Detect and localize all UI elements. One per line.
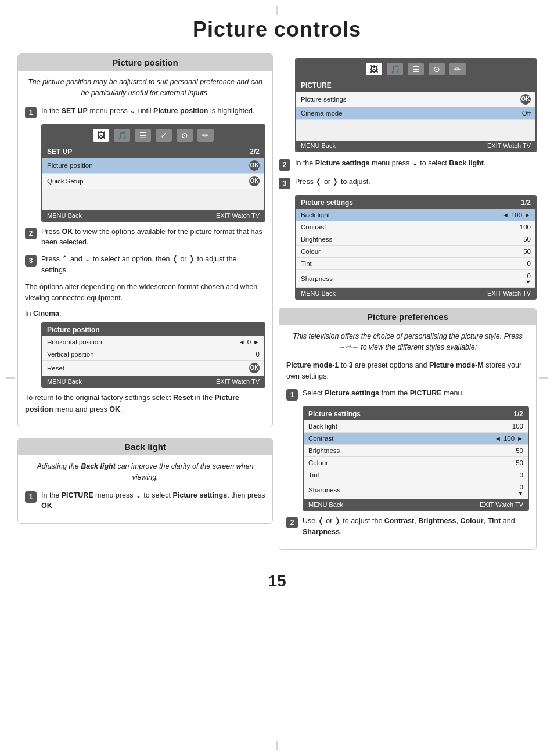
setup-menu-spacer bbox=[42, 189, 264, 210]
icon-music: 🎵 bbox=[114, 129, 130, 142]
ps-back-light-value-group: ◄ 100 ► bbox=[502, 211, 531, 218]
prefs-step-1-row: 1 Select Picture settings from the PICTU… bbox=[286, 388, 529, 401]
ps-contrast-row: Contrast 100 bbox=[296, 221, 535, 233]
ps-brightness-label: Brightness bbox=[301, 236, 332, 243]
ok-icon-picture-settings: OK bbox=[520, 94, 531, 105]
backlight-step-1-row: 1 In the PICTURE menu press ⌄ to select … bbox=[25, 490, 265, 512]
ps-sharpness-label: Sharpness bbox=[301, 275, 333, 282]
step-1-text: In the SET UP menu press ⌄ until Picture… bbox=[41, 106, 265, 117]
ps-menu-1-footer: MENU Back EXIT Watch TV bbox=[296, 288, 535, 298]
ps-menu-2-header-right: 1/2 bbox=[513, 410, 523, 418]
ps-tint-row: Tint 0 bbox=[296, 258, 535, 270]
footer-menu: MENU Back bbox=[47, 212, 82, 219]
corner-mark-tr bbox=[537, 6, 548, 17]
picture-menu-header-label: PICTURE bbox=[301, 81, 332, 89]
step-3-text: Press ⌃ and ⌄ to select an option, then … bbox=[41, 254, 265, 276]
ps-sharpness-row: Sharpness 0 ▼ bbox=[296, 270, 535, 288]
ps-footer-exit: EXIT Watch TV bbox=[487, 290, 531, 297]
ps2-tint-label: Tint bbox=[308, 471, 319, 478]
ps2-back-light-value: 100 bbox=[512, 423, 523, 430]
setup-row-quick-setup-label: Quick Setup bbox=[47, 178, 84, 185]
center-mark-left bbox=[6, 378, 15, 379]
horiz-right-arrow: ► bbox=[253, 339, 260, 345]
back-light-left-arrow: ◄ bbox=[502, 211, 509, 218]
setup-menu-header-left: SET UP bbox=[47, 147, 72, 156]
footer-exit: EXIT Watch TV bbox=[216, 212, 260, 219]
scroll-down-indicator: ▼ bbox=[526, 279, 531, 285]
ps2-brightness-value: 50 bbox=[516, 447, 523, 454]
back-light-right-arrow: ► bbox=[524, 211, 531, 218]
ps2-brightness-row: Brightness 50 bbox=[304, 445, 528, 457]
ps2-tint-value: 0 bbox=[520, 471, 523, 478]
ps2-sharpness-row: Sharpness 0 ▼ bbox=[304, 481, 528, 499]
picture-settings-menu-1: Picture settings 1/2 Back light ◄ 100 ► … bbox=[295, 195, 537, 300]
icon-clock-r: ⊙ bbox=[429, 63, 445, 75]
ps-colour-label: Colour bbox=[301, 248, 321, 255]
picture-preferences-body: This television offers the choice of per… bbox=[279, 325, 536, 549]
ps2-colour-row: Colour 50 bbox=[304, 457, 528, 469]
center-mark-right bbox=[539, 378, 548, 379]
corner-mark-br bbox=[537, 739, 548, 750]
ps2-sharpness-group: 0 ▼ bbox=[518, 484, 523, 496]
back-light-value: 100 bbox=[511, 211, 522, 218]
ps-brightness-value: 50 bbox=[523, 236, 531, 243]
icon-clock: ⊙ bbox=[177, 129, 193, 142]
ps-menu-1-header-left: Picture settings bbox=[301, 199, 353, 207]
corner-mark-bl bbox=[6, 739, 17, 750]
back-light-intro: Adjusting the Back light can improve the… bbox=[25, 461, 265, 483]
page-number: 15 bbox=[0, 572, 554, 602]
ps2-footer-exit: EXIT Watch TV bbox=[480, 501, 523, 508]
ps2-sharpness-label: Sharpness bbox=[308, 487, 340, 494]
prefs-para: Picture mode-1 to 3 are preset options a… bbox=[286, 360, 529, 383]
icon-music-r: 🎵 bbox=[387, 63, 403, 75]
picture-position-intro: The picture position may be adjusted to … bbox=[25, 77, 265, 99]
picture-position-section: Picture position The picture position ma… bbox=[17, 53, 273, 427]
cinema-mode-value: Off bbox=[522, 110, 531, 117]
picture-pos-footer: MENU Back EXIT Watch TV bbox=[42, 376, 264, 387]
right-step-2-num: 2 bbox=[279, 159, 290, 171]
step-3-num: 3 bbox=[25, 255, 37, 267]
contrast-right-arrow: ► bbox=[517, 435, 523, 442]
ps2-contrast-group: ◄ 100 ► bbox=[495, 435, 523, 442]
ps-contrast-label: Contrast bbox=[301, 224, 326, 231]
horiz-pos-label: Horizontal position bbox=[47, 339, 102, 345]
reset-label: Reset bbox=[47, 365, 64, 372]
back-light-body: Adjusting the Back light can improve the… bbox=[18, 455, 272, 523]
options-para: The options alter depending on the wides… bbox=[25, 282, 265, 304]
ok-icon-picture-position: OK bbox=[249, 160, 260, 171]
horiz-left-arrow: ◄ bbox=[239, 339, 245, 345]
prefs-step-1-num: 1 bbox=[286, 389, 298, 401]
icon-list-r: ☰ bbox=[408, 63, 424, 75]
picture-menu-icons: 🖼 🎵 ☰ ⊙ ✏ bbox=[296, 59, 535, 79]
footer-menu2: MENU Back bbox=[47, 378, 82, 385]
back-light-title: Back light bbox=[18, 438, 272, 455]
backlight-step-1-text: In the PICTURE menu press ⌄ to select Pi… bbox=[41, 490, 265, 512]
ps-colour-row: Colour 50 bbox=[296, 246, 535, 258]
ps-sharpness-value: 0 bbox=[527, 272, 531, 279]
prefs-step-2-text: Use ❬ or ❭ to adjust the Contrast, Brigh… bbox=[303, 516, 529, 538]
step-1-num: 1 bbox=[25, 107, 37, 118]
ps2-colour-label: Colour bbox=[308, 459, 328, 466]
ps-back-light-row: Back light ◄ 100 ► bbox=[296, 209, 535, 221]
ps-tint-value: 0 bbox=[527, 260, 531, 267]
scroll-down-indicator-2: ▼ bbox=[518, 491, 523, 496]
right-step-3-row: 3 Press ❬ or ❭ to adjust. bbox=[279, 177, 537, 189]
picture-preferences-section: Picture preferences This television offe… bbox=[279, 308, 537, 550]
icon-pen-r: ✏ bbox=[449, 63, 466, 75]
horiz-pos-row: Horizontal position ◄ 0 ► bbox=[42, 336, 264, 348]
right-step-3-num: 3 bbox=[279, 178, 290, 189]
icon-photo: 🖼 bbox=[93, 129, 109, 142]
vert-pos-value: 0 bbox=[256, 351, 260, 358]
picture-settings-label: Picture settings bbox=[301, 96, 347, 103]
icon-check: ✓ bbox=[156, 129, 172, 142]
ps2-contrast-label: Contrast bbox=[308, 435, 333, 442]
right-column: 🖼 🎵 ☰ ⊙ ✏ PICTURE Picture settings OK Ci… bbox=[279, 53, 537, 560]
ps2-back-light-row: Back light 100 bbox=[304, 420, 528, 433]
prefs-step-2-num: 2 bbox=[286, 517, 298, 528]
prefs-intro: This television offers the choice of per… bbox=[286, 331, 529, 353]
setup-menu: 🖼 🎵 ☰ ✓ ⊙ ✏ SET UP 2/2 Picture position … bbox=[41, 124, 265, 222]
icon-list: ☰ bbox=[135, 129, 151, 142]
content-wrapper: Picture position The picture position ma… bbox=[0, 53, 554, 560]
ps2-brightness-label: Brightness bbox=[308, 447, 340, 454]
cinema-mode-row: Cinema mode Off bbox=[296, 107, 535, 120]
